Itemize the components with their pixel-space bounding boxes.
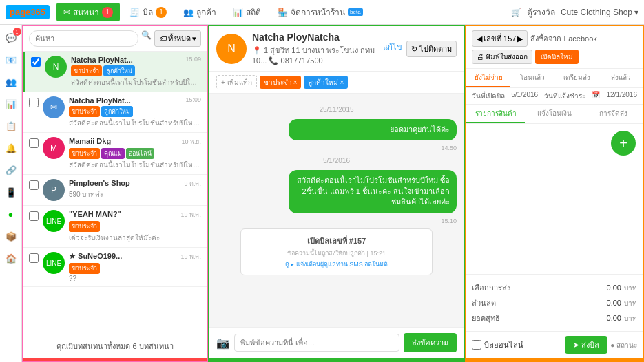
location-icon: 📍 (252, 46, 262, 54)
chat-user-info: Natcha PloyNatcha 📍 1 สุขวิท 11 บางนา พร… (252, 32, 377, 65)
chevron-right-icon: ▶ (517, 34, 523, 43)
top-navigation: page365 ✉ สนทนา 1 🧾 บิล 1 👥 ลูกค้า 📊 สถิ… (0, 0, 644, 25)
conversation-item[interactable]: M Mamaii Dkg 10 พ.ย. ขาประจำ คุณแม่ ออนไ… (23, 133, 207, 175)
add-tag-button[interactable]: + เพิ่มแท็ก (216, 75, 257, 89)
tag-filter-button[interactable]: 🏷 ทั้งหมด ▾ (154, 30, 201, 47)
msg-sent-2: สวัสดีค่ะตอนนี้เราไมโปรโมชั่นสำหรับปีใหม… (216, 170, 457, 224)
conv-checkbox-3[interactable] (29, 138, 39, 148)
chevron-down-icon: ▾ (634, 8, 638, 17)
conversation-item[interactable]: N Natcha PloyNat... 15:09 ขาประจำ ลูกค้า… (23, 52, 207, 92)
shipping-value: 0.00 บาท (607, 283, 637, 293)
order-number-button[interactable]: ◀ เลขที่ 157 ▶ (472, 30, 528, 47)
nav-tab-bill[interactable]: 🧾 บิล 1 (123, 3, 174, 21)
status-tab-sent[interactable]: ส่งแล้ว (599, 69, 643, 87)
conv-avatar-1: N (45, 56, 67, 78)
followup-button[interactable]: ↻ ไปติดตาม (406, 41, 457, 57)
sidebar-icon-bell[interactable]: 🔔 (2, 139, 20, 157)
bill-badge: 1 (156, 7, 167, 18)
status-tab-transferred[interactable]: โอนแล้ว (510, 69, 554, 87)
remove-tag-sale[interactable]: × (293, 78, 298, 86)
status-tab-preparing[interactable]: เตรียมส่ง (554, 69, 599, 87)
app-logo: page365 (6, 5, 50, 19)
bill-online-checkbox[interactable] (472, 340, 481, 350)
conv-checkbox-1[interactable] (31, 57, 41, 67)
conv-tags-2: ขาประจำ ลูกค้าใหม่ (69, 106, 201, 117)
left-panel-indicator (23, 358, 207, 361)
nav-tab-stats[interactable]: 📊 สถิติ (226, 3, 268, 21)
camera-icon[interactable]: 📷 (216, 337, 230, 350)
report-tab-shipping[interactable]: การจัดส่ง (584, 105, 643, 123)
remove-tag-customer[interactable]: × (340, 78, 344, 86)
message-bubble: ยอดมาคุยกันได้ค่ะ (289, 119, 457, 140)
print-button[interactable]: 🖨 พิมพ์ใบส่งออก (472, 50, 532, 64)
sidebar-icon-mobile[interactable]: 📱 (2, 183, 20, 201)
chat-tags-bar: + เพิ่มแท็ก ขาประจำ × ลูกค้าใหม่ × (209, 72, 464, 94)
chat-panel: N Natcha PloyNatcha 📍 1 สุขวิท 11 บางนา … (208, 25, 465, 362)
status-tab-unpaid[interactable]: ยังไม่จ่าย (466, 69, 510, 87)
sidebar-icon-home[interactable]: 🏠 (2, 249, 20, 267)
conv-preview-6: ?? (69, 275, 201, 282)
chat-input-area: 📷 ส่งข้อความ (209, 327, 464, 358)
sidebar-icon-list[interactable]: 📋 (2, 117, 20, 135)
conv-time-3: 10 พ.ย. (181, 137, 201, 147)
tag-icon: 🏷 (159, 34, 167, 43)
nav-tab-conversation[interactable]: ✉ สนทนา 1 (56, 3, 120, 21)
search-bar: 🔍 🏷 ทั้งหมด ▾ (23, 26, 207, 52)
conv-checkbox-4[interactable] (29, 180, 39, 190)
sidebar-icon-line[interactable]: ● (2, 205, 20, 223)
open-bill-button[interactable]: เปิดบิลใหม่ (535, 50, 579, 64)
shop-name-dropdown[interactable]: Cute Clothing Shop ▾ (561, 8, 638, 17)
conv-name-1: Natcha PloyNat... (71, 56, 133, 64)
conv-tags-6: ขาประจำ (69, 263, 201, 274)
send-message-button[interactable]: ส่งข้อความ (404, 333, 457, 352)
date-opened-value: 5/1/2016 (511, 91, 538, 101)
sidebar-icon-users[interactable]: 👥 (2, 73, 20, 91)
sidebar-icon-box[interactable]: 📦 (2, 227, 20, 245)
report-tab-products[interactable]: รายการสินค้า (466, 105, 525, 123)
conv-tag-3c: ออนไลน์ (126, 148, 154, 159)
sidebar-icon-email[interactable]: 📧 (2, 51, 20, 69)
system-msg-link[interactable]: ดู ▸ แจ้งเตือนผู้ดูแลทาน SMS อัตโนมัติ (249, 259, 424, 269)
conv-checkbox-2[interactable] (29, 98, 39, 107)
conv-checkbox-5[interactable] (29, 211, 39, 221)
calendar-icon: 📅 (592, 91, 600, 101)
sidebar-icon-chart[interactable]: 📊 (2, 95, 20, 113)
total-row-shipping: เลือกการส่ง 0.00 บาท (472, 280, 637, 295)
total-row-discount: ส่วนลด 0.00 บาท (472, 295, 637, 310)
conversation-item[interactable]: LINE ★ SuNeO199... 19 พ.ค. ขาประจำ ?? (23, 248, 207, 287)
chat-icon: ✉ (63, 8, 70, 17)
cart-icon: 🛒 (511, 8, 521, 17)
bill-row: บิลออนไลน์ ➤ ส่งบิล ● สถานะ (466, 331, 643, 358)
conversation-item[interactable]: LINE "YEAH MAN?" 19 พ.ค. ขาประจำ เด๋วจะร… (23, 206, 207, 248)
sidebar-icon-link[interactable]: 🔗 (2, 161, 20, 179)
discount-value: 0.00 บาท (607, 298, 637, 308)
conv-time-2: 15:09 (185, 96, 201, 105)
msg-time-2: 15:10 (216, 217, 457, 224)
conversation-item[interactable]: P Pimploen's Shop 9 ต.ค. 590 บาทค่ะ (23, 175, 207, 206)
conv-checkbox-6[interactable] (29, 253, 39, 263)
date-divider-2: 5/1/2016 (216, 157, 457, 164)
left-sidebar: 💬1 📧 👥 📊 📋 🔔 🔗 📱 ● 📦 🏠 (0, 25, 22, 362)
chat-text-input[interactable] (234, 334, 399, 352)
conv-avatar-4: P (43, 179, 65, 201)
conv-content-4: Pimploen's Shop 9 ต.ค. 590 บาทค่ะ (69, 179, 201, 200)
conv-content-3: Mamaii Dkg 10 พ.ย. ขาประจำ คุณแม่ ออนไลน… (69, 137, 201, 170)
report-tabs: รายการสินค้า แจ้งโอนเงิน การจัดส่ง (466, 105, 643, 124)
send-bill-button[interactable]: ➤ ส่งบิล (565, 336, 607, 354)
order-header: ◀ เลขที่ 157 ▶ สั่งซื้อจาก Facebook 🖨 พิ… (466, 26, 643, 69)
conv-preview-4: 590 บาทค่ะ (69, 189, 201, 200)
total-row-net: ยอดสุทธิ 0.00 บาท (472, 310, 637, 326)
search-input[interactable] (29, 30, 138, 47)
conv-tag-3b: คุณแม่ (101, 148, 125, 159)
date-opened-label: วันที่เปิดบิล (472, 91, 505, 101)
chat-header: N Natcha PloyNatcha 📍 1 สุขวิท 11 บางนา … (209, 26, 464, 72)
sidebar-icon-chat[interactable]: 💬1 (2, 29, 20, 47)
report-tab-transfer[interactable]: แจ้งโอนเงิน (525, 105, 583, 123)
order-status-label: ● สถานะ (610, 340, 637, 350)
add-item-button[interactable]: + (611, 131, 636, 156)
edit-button[interactable]: แก้ไข (383, 41, 402, 57)
conversation-item[interactable]: ✉ Natcha PloyNat... 15:09 ขาประจำ ลูกค้า… (23, 92, 207, 133)
nav-tab-customer[interactable]: 👥 ลูกค้า (176, 3, 223, 21)
conv-content-1: Natcha PloyNat... 15:09 ขาประจำ ลูกค้าให… (71, 56, 201, 87)
nav-tab-manage[interactable]: 🏪 จัดการหน้าร้าน beta (271, 3, 370, 21)
